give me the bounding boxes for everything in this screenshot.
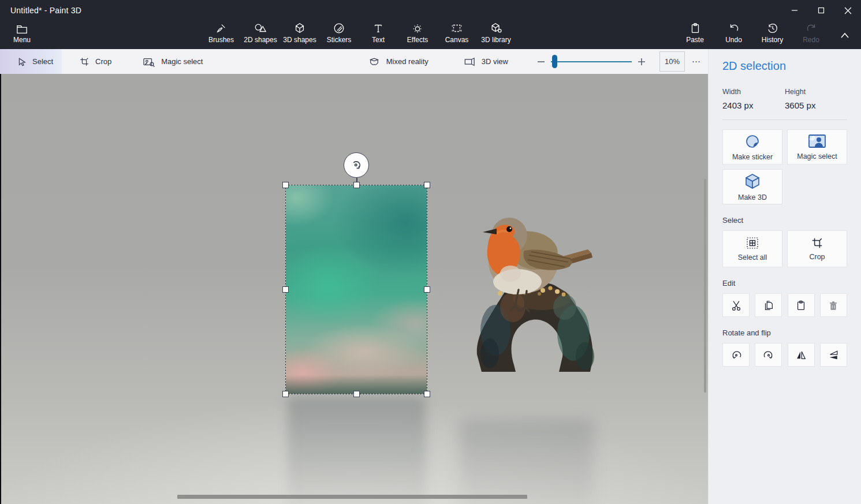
flip-vertical-icon <box>828 349 839 361</box>
trash-icon <box>828 300 839 311</box>
delete-button[interactable] <box>820 293 847 317</box>
3d-view-icon <box>463 57 476 67</box>
3d-shapes-icon <box>293 22 306 35</box>
zoom-in-button[interactable] <box>632 49 651 74</box>
select-all-button[interactable]: Select all <box>722 230 782 267</box>
effects-sun-icon <box>411 22 424 35</box>
magic-select-panel-icon <box>808 134 826 149</box>
more-options-button[interactable]: … <box>685 49 708 74</box>
3d-shapes-button[interactable]: 3D shapes <box>280 21 319 44</box>
flip-horizontal-button[interactable] <box>788 343 815 367</box>
make-3d-label: Make 3D <box>738 193 767 201</box>
zoom-out-button[interactable] <box>531 49 551 74</box>
close-button[interactable] <box>834 0 861 21</box>
flip-vertical-button[interactable] <box>820 343 847 367</box>
teal-image-content[interactable] <box>286 185 427 394</box>
zoom-slider-track[interactable] <box>551 61 632 62</box>
stickers-icon <box>333 22 345 35</box>
menu-label: Menu <box>13 36 31 44</box>
crop-panel-button[interactable]: Crop <box>787 230 847 267</box>
menu-button[interactable]: Menu <box>0 21 44 44</box>
minimize-button[interactable] <box>781 0 808 21</box>
resize-handle-s[interactable] <box>353 391 360 397</box>
maximize-button[interactable] <box>808 0 834 21</box>
paste-label: Paste <box>686 36 704 44</box>
selected-2d-image[interactable] <box>286 185 427 394</box>
zoom-percentage[interactable]: 10% <box>659 51 685 72</box>
rotate-handle[interactable] <box>344 152 369 178</box>
magic-select-panel-button[interactable]: Magic select <box>787 129 847 165</box>
crop-tool-button[interactable]: Crop <box>70 49 121 74</box>
window-title: Untitled* - Paint 3D <box>10 6 81 15</box>
selection-shadow <box>288 397 426 504</box>
collapse-ribbon-button[interactable] <box>836 27 853 44</box>
resize-handle-se[interactable] <box>424 391 430 397</box>
3d-view-label: 3D view <box>482 57 508 66</box>
rotate-flip-buttons <box>722 343 847 367</box>
select-all-label: Select all <box>738 253 767 262</box>
3d-view-button[interactable]: 3D view <box>454 49 517 74</box>
copy-button[interactable] <box>755 293 782 317</box>
2d-shapes-label: 2D shapes <box>244 36 277 44</box>
cut-button[interactable] <box>722 293 750 317</box>
2d-shapes-icon <box>254 22 267 35</box>
mixed-reality-label: Mixed reality <box>386 57 428 66</box>
redo-icon <box>805 22 818 35</box>
make-sticker-button[interactable]: Make sticker <box>722 129 782 165</box>
resize-handle-w[interactable] <box>282 286 289 293</box>
select-all-icon <box>746 236 759 250</box>
paste-panel-button[interactable] <box>788 293 815 317</box>
magic-select-tool-label: Magic select <box>161 57 203 66</box>
resize-handle-n[interactable] <box>353 182 360 188</box>
rotate-left-button[interactable] <box>722 343 750 367</box>
rotate-right-button[interactable] <box>755 343 782 367</box>
brush-icon <box>215 22 228 35</box>
edit-buttons <box>722 293 847 317</box>
magic-select-tool-button[interactable]: Magic select <box>133 49 212 74</box>
vertical-scrollbar[interactable] <box>704 179 706 393</box>
3d-library-icon <box>490 22 502 35</box>
mixed-reality-icon <box>368 57 381 67</box>
paste-button[interactable]: Paste <box>676 21 714 44</box>
canvas-viewport[interactable] <box>0 74 708 504</box>
main-toolbar: Menu Brushes 2D shapes 3D shapes <box>0 21 861 49</box>
scissors-icon <box>730 300 742 311</box>
redo-button[interactable]: Redo <box>792 21 830 44</box>
history-button[interactable]: History <box>753 21 792 44</box>
undo-button[interactable]: Undo <box>714 21 753 44</box>
magic-select-icon <box>143 57 155 67</box>
make-3d-button[interactable]: Make 3D <box>722 169 782 204</box>
resize-handle-e[interactable] <box>424 286 430 293</box>
zoom-slider-thumb[interactable] <box>552 55 557 68</box>
brushes-button[interactable]: Brushes <box>202 21 241 44</box>
effects-button[interactable]: Effects <box>398 21 437 44</box>
minus-icon <box>536 57 546 66</box>
canvas-icon <box>450 22 463 35</box>
cursor-icon <box>16 57 27 67</box>
resize-handle-ne[interactable] <box>424 182 430 188</box>
robin-bird-image[interactable] <box>455 209 597 373</box>
stickers-button[interactable]: Stickers <box>319 21 359 44</box>
resize-handle-nw[interactable] <box>282 182 289 188</box>
redo-label: Redo <box>803 36 819 44</box>
paste-icon <box>689 22 702 35</box>
text-button[interactable]: Text <box>359 21 398 44</box>
mixed-reality-button[interactable]: Mixed reality <box>359 49 438 74</box>
action-group: Paste Undo History Redo <box>676 21 830 44</box>
panel-title: 2D selection <box>722 59 847 73</box>
resize-handle-sw[interactable] <box>282 391 289 397</box>
canvas-button[interactable]: Canvas <box>437 21 476 44</box>
crop-panel-icon <box>811 237 823 249</box>
undo-label: Undo <box>725 36 742 44</box>
2d-shapes-button[interactable]: 2D shapes <box>241 21 280 44</box>
horizontal-scrollbar[interactable] <box>177 495 527 499</box>
magic-select-panel-label: Magic select <box>797 152 837 160</box>
select-tool-button[interactable]: Select <box>0 49 62 74</box>
zoom-slider[interactable] <box>551 49 632 74</box>
canvas-label: Canvas <box>445 36 469 44</box>
rotate-right-icon <box>763 349 774 361</box>
3d-library-button[interactable]: 3D library <box>476 21 516 44</box>
select-tool-label: Select <box>32 57 53 66</box>
sticker-icon <box>744 133 761 150</box>
undo-icon <box>728 22 740 35</box>
